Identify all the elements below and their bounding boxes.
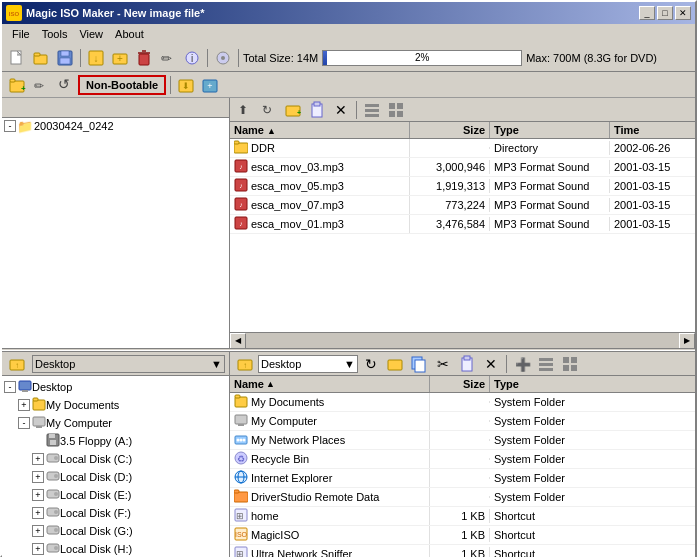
maximize-button[interactable]: □ — [657, 6, 673, 20]
browser-location-combo[interactable]: Desktop ▼ — [258, 355, 358, 373]
svg-text:♪: ♪ — [239, 182, 243, 189]
browser-row[interactable]: ♻ Recycle Bin System Folder — [230, 450, 695, 469]
tree-expander[interactable]: - — [4, 381, 16, 393]
tree-node[interactable]: 3.5 Floppy (A:) — [4, 432, 227, 450]
iso-cell-name: ♪ esca_mov_01.mp3 — [230, 215, 410, 233]
tree-node[interactable]: + Local Disk (C:) — [4, 450, 227, 468]
browser-delete[interactable]: ✕ — [480, 353, 502, 375]
iso-extract2[interactable]: ⬇ — [175, 74, 197, 96]
add-button[interactable]: + — [109, 47, 131, 69]
iso-view-toggle[interactable] — [361, 99, 383, 121]
iso-toolbar: + ✏ ↺ Non-Bootable ⬇ + — [2, 72, 695, 98]
tree-node[interactable]: + Local Disk (D:) — [4, 468, 227, 486]
iso-table-row[interactable]: ♪ esca_mov_03.mp3 3,000,946 MP3 Format S… — [230, 158, 695, 177]
new-button[interactable] — [6, 47, 28, 69]
tree-expander[interactable]: - — [18, 417, 30, 429]
browser-copy[interactable] — [408, 353, 430, 375]
tree-node[interactable]: + Local Disk (G:) — [4, 522, 227, 540]
tree-location-combo[interactable]: Desktop ▼ — [32, 355, 225, 373]
browser-new-folder[interactable] — [384, 353, 406, 375]
tree-up[interactable]: ↑ — [6, 353, 28, 375]
browser-row[interactable]: ISO MagicISO 1 KB Shortcut — [230, 526, 695, 545]
iso-col-time[interactable]: Time — [610, 122, 690, 138]
iso-table-row[interactable]: ♪ esca_mov_05.mp3 1,919,313 MP3 Format S… — [230, 177, 695, 196]
browser-up[interactable]: ↑ — [234, 353, 256, 375]
browser-row[interactable]: My Computer System Folder — [230, 412, 695, 431]
iso-cell-type: MP3 Format Sound — [490, 198, 610, 212]
menu-tools[interactable]: Tools — [36, 26, 74, 42]
iso-add2[interactable]: + — [199, 74, 221, 96]
browser-add-to-iso[interactable]: ➕ — [511, 353, 533, 375]
non-bootable-button[interactable]: Non-Bootable — [78, 75, 166, 95]
tree-node[interactable]: + My Documents — [4, 396, 227, 414]
tree-node[interactable]: - My Computer — [4, 414, 227, 432]
svg-text:+: + — [297, 109, 301, 116]
iso-col-size[interactable]: Size — [410, 122, 490, 138]
iso-large-icons[interactable] — [385, 99, 407, 121]
iso-delete-file[interactable]: ✕ — [330, 99, 352, 121]
iso-new-folder[interactable]: + — [6, 74, 28, 96]
browser-row[interactable]: My Network Places System Folder — [230, 431, 695, 450]
minimize-button[interactable]: _ — [639, 6, 655, 20]
iso-refresh[interactable]: ↻ — [258, 99, 280, 121]
burn-button[interactable] — [212, 47, 234, 69]
browser-col-size[interactable]: Size — [430, 376, 490, 392]
browser-col-name[interactable]: Name ▲ — [230, 376, 430, 392]
delete-button[interactable] — [133, 47, 155, 69]
extract-button[interactable]: ↓ — [85, 47, 107, 69]
menu-view[interactable]: View — [73, 26, 109, 42]
tree-expander[interactable]: + — [18, 399, 30, 411]
tree-expander[interactable]: + — [32, 543, 44, 555]
browser-cell-size — [430, 401, 490, 403]
iso-folder-new[interactable]: + — [282, 99, 304, 121]
browser-row[interactable]: DriverStudio Remote Data System Folder — [230, 488, 695, 507]
hscroll-right[interactable]: ▶ — [679, 333, 695, 349]
browser-large-icons[interactable] — [559, 353, 581, 375]
tree-expander[interactable] — [32, 435, 44, 447]
menu-about[interactable]: About — [109, 26, 150, 42]
tree-expander[interactable]: + — [32, 525, 44, 537]
save-button[interactable] — [54, 47, 76, 69]
svg-text:i: i — [191, 53, 193, 64]
iso-back[interactable]: ↺ — [54, 74, 76, 96]
tree-node[interactable]: - Desktop — [4, 378, 227, 396]
rename-button[interactable]: ✏ — [157, 47, 179, 69]
browser-row[interactable]: ⊞ home 1 KB Shortcut — [230, 507, 695, 526]
menu-file[interactable]: File — [6, 26, 36, 42]
iso-root-node[interactable]: - 📁 20030424_0242 — [2, 118, 229, 134]
iso-col-name[interactable]: Name ▲ — [230, 122, 410, 138]
iso-table-row[interactable]: ♪ esca_mov_07.mp3 773,224 MP3 Format Sou… — [230, 196, 695, 215]
iso-col-type[interactable]: Type — [490, 122, 610, 138]
tree-node[interactable]: + Local Disk (F:) — [4, 504, 227, 522]
svg-rect-97 — [539, 368, 553, 371]
browser-row[interactable]: My Documents System Folder — [230, 393, 695, 412]
iso-rename[interactable]: ✏ — [30, 74, 52, 96]
svg-rect-116 — [234, 490, 239, 493]
open-button[interactable] — [30, 47, 52, 69]
iso-paste[interactable] — [306, 99, 328, 121]
hscroll-track[interactable] — [246, 333, 679, 349]
iso-root-expander[interactable]: - — [4, 120, 16, 132]
tree-expander[interactable]: + — [32, 453, 44, 465]
tree-node[interactable]: + Local Disk (H:) — [4, 540, 227, 557]
tree-expander[interactable]: + — [32, 507, 44, 519]
browser-col-type[interactable]: Type — [490, 376, 695, 392]
browser-row[interactable]: ⊞ Ultra Network Sniffer 1 KB Shortcut — [230, 545, 695, 557]
browser-cut[interactable]: ✂ — [432, 353, 454, 375]
iso-up-button[interactable]: ⬆ — [234, 99, 256, 121]
iso-hscroll[interactable]: ◀ ▶ — [230, 332, 695, 348]
close-button[interactable]: ✕ — [675, 6, 691, 20]
hscroll-left[interactable]: ◀ — [230, 333, 246, 349]
tree-node-icon — [46, 487, 60, 503]
iso-table-row[interactable]: DDR Directory 2002-06-26 — [230, 139, 695, 158]
properties-button[interactable]: i — [181, 47, 203, 69]
browser-refresh[interactable]: ↻ — [360, 353, 382, 375]
tree-expander[interactable]: + — [32, 489, 44, 501]
tree-node[interactable]: + Local Disk (E:) — [4, 486, 227, 504]
tree-expander[interactable]: + — [32, 471, 44, 483]
svg-point-72 — [54, 528, 58, 532]
browser-view[interactable] — [535, 353, 557, 375]
iso-table-row[interactable]: ♪ esca_mov_01.mp3 3,476,584 MP3 Format S… — [230, 215, 695, 234]
browser-paste[interactable] — [456, 353, 478, 375]
browser-row[interactable]: Internet Explorer System Folder — [230, 469, 695, 488]
